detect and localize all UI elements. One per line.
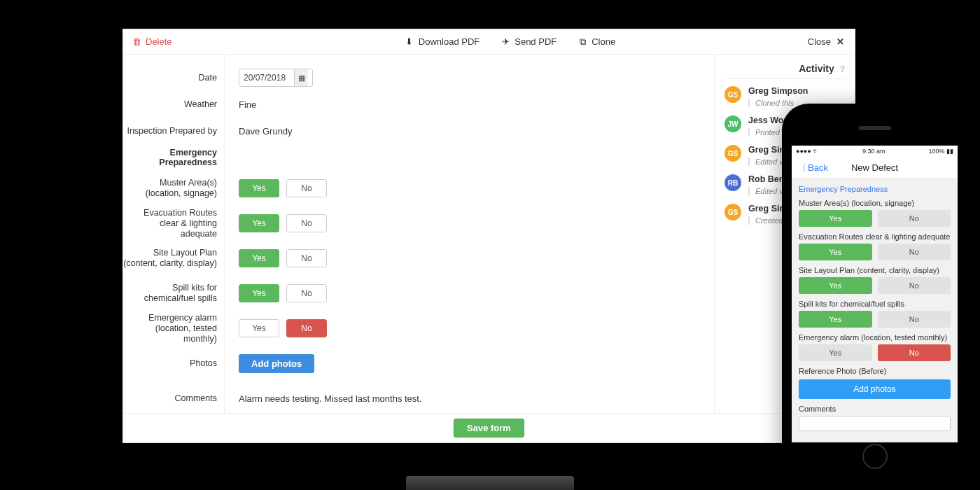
calendar-icon: ▦ — [294, 69, 308, 86]
phone-alarm-yes[interactable]: Yes — [799, 344, 872, 361]
close-icon: ✕ — [835, 36, 845, 47]
phone-spill-no[interactable]: No — [878, 311, 951, 328]
status-bar: ●●●● ᯤ 9:30 am 100% ▮▮ — [792, 146, 958, 157]
label-photos: Photos — [123, 346, 217, 381]
trash-icon: 🗑 — [132, 36, 141, 47]
prepared-by-value: Dave Grundy — [239, 126, 293, 136]
muster-yes-button[interactable]: Yes — [239, 179, 279, 197]
phone-alarm-no[interactable]: No — [878, 344, 951, 361]
form-labels-column: Date Weather Inspection Prepared by Emer… — [123, 55, 225, 413]
spill-no-button[interactable]: No — [286, 284, 327, 302]
send-icon: ✈ — [500, 36, 510, 47]
phone-evac-no[interactable]: No — [878, 244, 951, 260]
phone-layout-no[interactable]: No — [878, 277, 951, 294]
add-photos-button[interactable]: Add photos — [239, 354, 314, 373]
form-fields-column: 20/07/2018 ▦ Fine Dave Grundy Yes No Yes… — [225, 55, 714, 413]
download-pdf-label: Download PDF — [419, 36, 479, 47]
phone-q-layout: Site Layout Plan (content, clarity, disp… — [799, 266, 951, 274]
phone-speaker — [859, 126, 891, 130]
evac-yes-button[interactable]: Yes — [239, 214, 279, 232]
clone-icon: ⧉ — [578, 36, 587, 48]
phone-nav-bar: 〈 Back New Defect — [792, 157, 958, 179]
avatar: GS — [724, 204, 741, 220]
phone-muster-no[interactable]: No — [878, 210, 951, 227]
signal-icon: ●●●● ᯤ — [796, 148, 819, 155]
label-spill: Spill kits for chemical/fuel spills — [123, 276, 217, 311]
phone-q-muster: Muster Area(s) (location, signage) — [799, 199, 951, 207]
layout-yes-button[interactable]: Yes — [239, 249, 279, 267]
layout-no-button[interactable]: No — [286, 249, 327, 267]
spill-yes-button[interactable]: Yes — [239, 284, 279, 302]
phone-section: Emergency Preparedness — [799, 185, 951, 193]
activity-title-text: Activity — [799, 63, 834, 74]
help-icon[interactable]: ? — [840, 64, 845, 74]
close-label: Close — [808, 36, 831, 47]
phone-q-comments: Comments — [799, 405, 951, 413]
label-comments: Comments — [123, 381, 217, 413]
section-header: Emergency Preparedness — [123, 144, 217, 171]
evac-no-button[interactable]: No — [286, 214, 327, 232]
avatar: RB — [724, 174, 741, 191]
phone-add-photos-button[interactable]: Add photos — [799, 379, 951, 399]
alarm-no-button[interactable]: No — [286, 319, 327, 337]
close-button[interactable]: Close ✕ — [808, 36, 845, 47]
clone-label: Clone — [592, 36, 615, 47]
phone-comments-input[interactable] — [799, 416, 951, 431]
phone-home-button[interactable] — [862, 444, 888, 469]
phone-layout-yes[interactable]: Yes — [799, 277, 872, 294]
toolbar: 🗑 Delete ⬇ Download PDF ✈ Send PDF ⧉ Clo… — [123, 29, 855, 55]
chevron-left-icon: 〈 — [797, 162, 806, 174]
send-pdf-label: Send PDF — [514, 36, 556, 47]
download-icon: ⬇ — [405, 36, 414, 47]
phone-q-evac: Evacuation Routes clear & lighting adequ… — [799, 232, 951, 241]
clone-button[interactable]: ⧉ Clone — [578, 36, 615, 48]
save-form-button[interactable]: Save form — [454, 419, 524, 438]
comments-value: Alarm needs testing. Missed last months … — [239, 393, 422, 404]
label-muster: Muster Area(s) (location, signage) — [123, 171, 217, 206]
phone-screen: ●●●● ᯤ 9:30 am 100% ▮▮ 〈 Back New Defect… — [792, 146, 958, 442]
phone-q-alarm: Emergency alarm (location, tested monthl… — [799, 333, 951, 342]
label-prepared-by: Inspection Prepared by — [123, 118, 217, 144]
activity-user: Greg Simpson — [748, 86, 808, 96]
app-window: 🗑 Delete ⬇ Download PDF ✈ Send PDF ⧉ Clo… — [122, 29, 855, 443]
avatar: GS — [724, 86, 741, 103]
date-input[interactable]: 20/07/2018 ▦ — [239, 69, 313, 87]
date-value: 20/07/2018 — [244, 73, 286, 83]
label-evac: Evacuation Routes clear & lighting adequ… — [123, 206, 217, 241]
phone-spill-yes[interactable]: Yes — [799, 311, 872, 328]
phone-q-refphoto: Reference Photo (Before) — [799, 367, 951, 375]
avatar: GS — [724, 145, 741, 162]
activity-title: Activity ? — [724, 63, 845, 79]
label-alarm: Emergency alarm (location, tested monthl… — [123, 311, 217, 346]
status-battery: 100% ▮▮ — [928, 148, 953, 155]
phone-back-label: Back — [808, 162, 828, 173]
label-date: Date — [123, 64, 217, 91]
monitor-stand — [406, 476, 574, 490]
label-weather: Weather — [123, 91, 217, 118]
muster-no-button[interactable]: No — [286, 179, 327, 197]
phone-evac-yes[interactable]: Yes — [799, 244, 872, 260]
send-pdf-button[interactable]: ✈ Send PDF — [500, 36, 556, 48]
phone-q-spill: Spill kits for chemical/fuel spills — [799, 300, 951, 308]
status-time: 9:30 am — [862, 148, 886, 155]
weather-value: Fine — [239, 99, 256, 110]
phone-back-button[interactable]: 〈 Back — [797, 162, 828, 174]
form-area: Date Weather Inspection Prepared by Emer… — [123, 55, 715, 413]
label-layout: Site Layout Plan (content, clarity, disp… — [123, 241, 217, 276]
avatar: JW — [724, 115, 741, 132]
save-bar: Save form — [123, 413, 855, 442]
phone-title: New Defect — [851, 162, 898, 173]
download-pdf-button[interactable]: ⬇ Download PDF — [405, 36, 479, 48]
phone-mockup: ●●●● ᯤ 9:30 am 100% ▮▮ 〈 Back New Defect… — [782, 104, 967, 476]
delete-button[interactable]: 🗑 Delete — [132, 36, 172, 47]
phone-muster-yes[interactable]: Yes — [799, 210, 872, 227]
alarm-yes-button[interactable]: Yes — [239, 319, 279, 337]
delete-label: Delete — [146, 36, 172, 47]
